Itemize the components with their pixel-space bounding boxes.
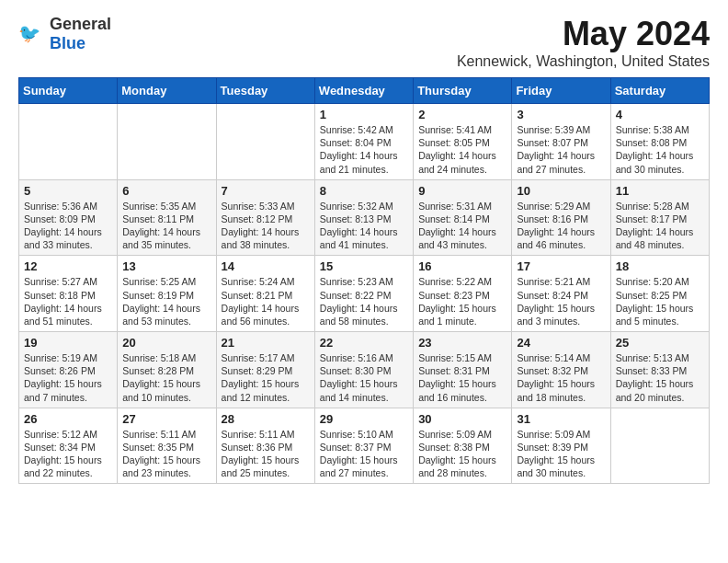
day-number: 22 (320, 336, 408, 350)
calendar-cell: 9Sunrise: 5:31 AM Sunset: 8:14 PM Daylig… (414, 179, 512, 256)
day-number: 18 (616, 259, 704, 273)
calendar-cell: 28Sunrise: 5:11 AM Sunset: 8:36 PM Dayli… (216, 408, 314, 484)
day-info: Sunrise: 5:20 AM Sunset: 8:25 PM Dayligh… (616, 275, 704, 327)
day-info: Sunrise: 5:11 AM Sunset: 8:35 PM Dayligh… (122, 428, 210, 480)
day-info: Sunrise: 5:32 AM Sunset: 8:13 PM Dayligh… (320, 200, 408, 252)
day-number: 12 (24, 259, 112, 273)
day-info: Sunrise: 5:24 AM Sunset: 8:21 PM Dayligh… (222, 275, 310, 327)
day-number: 6 (122, 184, 210, 198)
day-number: 25 (616, 336, 704, 350)
calendar-cell: 26Sunrise: 5:12 AM Sunset: 8:34 PM Dayli… (19, 408, 118, 484)
day-info: Sunrise: 5:17 AM Sunset: 8:29 PM Dayligh… (222, 351, 310, 404)
calendar-cell: 19Sunrise: 5:19 AM Sunset: 8:26 PM Dayli… (19, 332, 118, 408)
day-number: 31 (517, 412, 605, 426)
day-number: 7 (222, 184, 310, 198)
day-number: 30 (418, 412, 506, 426)
calendar-cell: 11Sunrise: 5:28 AM Sunset: 8:17 PM Dayli… (610, 179, 709, 256)
calendar-cell: 24Sunrise: 5:14 AM Sunset: 8:32 PM Dayli… (512, 332, 610, 408)
svg-text:🐦: 🐦 (18, 22, 41, 44)
day-number: 8 (320, 184, 408, 198)
calendar-body: 1Sunrise: 5:42 AM Sunset: 8:04 PM Daylig… (19, 104, 710, 484)
day-number: 21 (222, 336, 310, 350)
day-number: 9 (418, 184, 506, 198)
calendar-cell: 27Sunrise: 5:11 AM Sunset: 8:35 PM Dayli… (118, 408, 216, 484)
day-info: Sunrise: 5:23 AM Sunset: 8:22 PM Dayligh… (320, 275, 408, 327)
calendar-cell (118, 104, 216, 180)
logo: 🐦 General Blue (18, 15, 111, 53)
calendar-cell (216, 104, 314, 180)
calendar-cell: 31Sunrise: 5:09 AM Sunset: 8:39 PM Dayli… (512, 408, 610, 484)
day-number: 14 (222, 259, 310, 273)
day-info: Sunrise: 5:16 AM Sunset: 8:30 PM Dayligh… (320, 351, 408, 404)
calendar-cell: 5Sunrise: 5:36 AM Sunset: 8:09 PM Daylig… (19, 179, 118, 256)
day-info: Sunrise: 5:27 AM Sunset: 8:18 PM Dayligh… (24, 275, 112, 327)
day-number: 3 (517, 108, 605, 121)
calendar-week-row: 19Sunrise: 5:19 AM Sunset: 8:26 PM Dayli… (19, 332, 710, 408)
calendar-week-row: 5Sunrise: 5:36 AM Sunset: 8:09 PM Daylig… (19, 179, 710, 256)
day-number: 29 (320, 412, 408, 426)
day-info: Sunrise: 5:38 AM Sunset: 8:08 PM Dayligh… (616, 123, 704, 176)
day-number: 19 (24, 336, 112, 350)
day-number: 28 (222, 412, 310, 426)
day-info: Sunrise: 5:21 AM Sunset: 8:24 PM Dayligh… (517, 275, 605, 327)
logo-text: General Blue (50, 15, 111, 53)
calendar-header: SundayMondayTuesdayWednesdayThursdayFrid… (19, 78, 710, 104)
calendar-week-row: 26Sunrise: 5:12 AM Sunset: 8:34 PM Dayli… (19, 408, 710, 484)
day-number: 17 (517, 259, 605, 273)
calendar-cell: 20Sunrise: 5:18 AM Sunset: 8:28 PM Dayli… (118, 332, 216, 408)
day-info: Sunrise: 5:12 AM Sunset: 8:34 PM Dayligh… (24, 428, 112, 480)
day-info: Sunrise: 5:33 AM Sunset: 8:12 PM Dayligh… (222, 200, 310, 252)
day-info: Sunrise: 5:11 AM Sunset: 8:36 PM Dayligh… (222, 428, 310, 480)
calendar-cell: 23Sunrise: 5:15 AM Sunset: 8:31 PM Dayli… (414, 332, 512, 408)
weekday-header: Sunday (19, 78, 118, 104)
title-area: May 2024 Kennewick, Washington, United S… (457, 15, 710, 70)
calendar-cell: 1Sunrise: 5:42 AM Sunset: 8:04 PM Daylig… (314, 104, 413, 180)
calendar-cell: 17Sunrise: 5:21 AM Sunset: 8:24 PM Dayli… (512, 256, 610, 332)
calendar-cell (610, 408, 709, 484)
day-info: Sunrise: 5:13 AM Sunset: 8:33 PM Dayligh… (616, 351, 704, 404)
calendar-cell: 25Sunrise: 5:13 AM Sunset: 8:33 PM Dayli… (610, 332, 709, 408)
header-row: SundayMondayTuesdayWednesdayThursdayFrid… (19, 78, 710, 104)
logo-general: General (50, 15, 111, 33)
day-number: 11 (616, 184, 704, 198)
calendar-cell: 12Sunrise: 5:27 AM Sunset: 8:18 PM Dayli… (19, 256, 118, 332)
calendar-cell (19, 104, 118, 180)
day-info: Sunrise: 5:10 AM Sunset: 8:37 PM Dayligh… (320, 428, 408, 480)
weekday-header: Wednesday (314, 78, 413, 104)
day-info: Sunrise: 5:09 AM Sunset: 8:39 PM Dayligh… (517, 428, 605, 480)
day-info: Sunrise: 5:35 AM Sunset: 8:11 PM Dayligh… (122, 200, 210, 252)
day-info: Sunrise: 5:22 AM Sunset: 8:23 PM Dayligh… (418, 275, 506, 327)
day-number: 4 (616, 108, 704, 121)
weekday-header: Monday (118, 78, 216, 104)
weekday-header: Thursday (414, 78, 512, 104)
page-header: 🐦 General Blue May 2024 Kennewick, Washi… (18, 15, 710, 70)
calendar-week-row: 1Sunrise: 5:42 AM Sunset: 8:04 PM Daylig… (19, 104, 710, 180)
day-info: Sunrise: 5:36 AM Sunset: 8:09 PM Dayligh… (24, 200, 112, 252)
day-number: 15 (320, 259, 408, 273)
calendar-table: SundayMondayTuesdayWednesdayThursdayFrid… (18, 77, 710, 484)
day-number: 10 (517, 184, 605, 198)
calendar-cell: 8Sunrise: 5:32 AM Sunset: 8:13 PM Daylig… (314, 179, 413, 256)
calendar-cell: 15Sunrise: 5:23 AM Sunset: 8:22 PM Dayli… (314, 256, 413, 332)
day-number: 2 (418, 108, 506, 121)
calendar-cell: 22Sunrise: 5:16 AM Sunset: 8:30 PM Dayli… (314, 332, 413, 408)
day-info: Sunrise: 5:29 AM Sunset: 8:16 PM Dayligh… (517, 200, 605, 252)
day-info: Sunrise: 5:39 AM Sunset: 8:07 PM Dayligh… (517, 123, 605, 176)
day-info: Sunrise: 5:09 AM Sunset: 8:38 PM Dayligh… (418, 428, 506, 480)
calendar-cell: 4Sunrise: 5:38 AM Sunset: 8:08 PM Daylig… (610, 104, 709, 180)
calendar-cell: 6Sunrise: 5:35 AM Sunset: 8:11 PM Daylig… (118, 179, 216, 256)
day-number: 23 (418, 336, 506, 350)
weekday-header: Tuesday (216, 78, 314, 104)
day-number: 13 (122, 259, 210, 273)
calendar-cell: 30Sunrise: 5:09 AM Sunset: 8:38 PM Dayli… (414, 408, 512, 484)
day-info: Sunrise: 5:15 AM Sunset: 8:31 PM Dayligh… (418, 351, 506, 404)
day-number: 24 (517, 336, 605, 350)
calendar-cell: 2Sunrise: 5:41 AM Sunset: 8:05 PM Daylig… (414, 104, 512, 180)
calendar-cell: 29Sunrise: 5:10 AM Sunset: 8:37 PM Dayli… (314, 408, 413, 484)
calendar-cell: 13Sunrise: 5:25 AM Sunset: 8:19 PM Dayli… (118, 256, 216, 332)
calendar-cell: 18Sunrise: 5:20 AM Sunset: 8:25 PM Dayli… (610, 256, 709, 332)
day-number: 27 (122, 412, 210, 426)
weekday-header: Saturday (610, 78, 709, 104)
day-info: Sunrise: 5:31 AM Sunset: 8:14 PM Dayligh… (418, 200, 506, 252)
location-title: Kennewick, Washington, United States (457, 53, 710, 70)
